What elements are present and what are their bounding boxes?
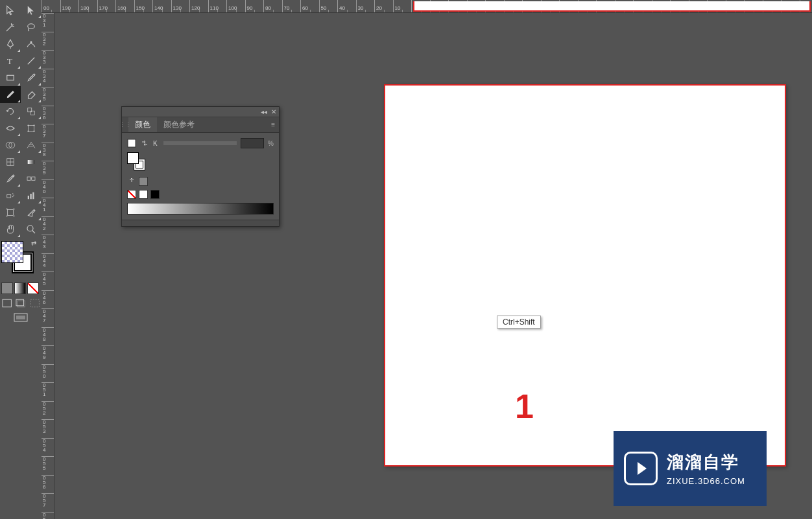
panel-fill-stroke[interactable] — [127, 152, 145, 170]
swatch-none[interactable] — [127, 190, 136, 199]
panel-grip-icon[interactable]: ⋮⋮ — [122, 122, 128, 128]
eyedropper-tool[interactable] — [0, 170, 21, 187]
svg-point-11 — [33, 130, 34, 132]
blend-tool[interactable] — [21, 170, 42, 187]
svg-point-0 — [28, 24, 35, 29]
fill-stroke-indicator[interactable]: ⇄ — [1, 241, 34, 273]
color-section: ⇄ — [0, 240, 42, 325]
rectangle-tool[interactable] — [0, 69, 21, 86]
draw-behind-icon[interactable] — [15, 298, 26, 308]
width-tool[interactable] — [0, 120, 21, 137]
svg-rect-31 — [3, 299, 11, 307]
scale-tool[interactable] — [21, 103, 42, 120]
svg-rect-26 — [30, 194, 32, 199]
tab-color[interactable]: 颜色 — [128, 117, 157, 132]
svg-rect-27 — [32, 192, 34, 200]
svg-rect-21 — [7, 195, 11, 198]
tint-icon[interactable] — [127, 177, 136, 186]
watermark-play-icon — [624, 452, 658, 485]
pen-tool[interactable] — [0, 36, 21, 52]
canvas-text-1: 1 — [515, 387, 534, 426]
color-panel[interactable]: ◂◂ ✕ ⋮⋮ 颜色 颜色参考 ≡ K % — [121, 106, 280, 227]
toolbar: T — [0, 2, 42, 238]
svg-rect-36 — [16, 316, 25, 319]
panel-header[interactable]: ◂◂ ✕ — [122, 107, 279, 117]
watermark-subtitle: ZIXUE.3D66.COM — [667, 476, 745, 486]
swatch-grey[interactable] — [139, 177, 148, 186]
k-slider[interactable] — [163, 141, 237, 145]
lasso-tool[interactable] — [21, 19, 42, 36]
artboard-1[interactable]: 1 Ctrl+Shift — [384, 84, 786, 467]
panel-menu-icon[interactable]: ≡ — [267, 121, 279, 128]
svg-text:T: T — [7, 56, 13, 66]
color-mode-solid[interactable] — [1, 283, 13, 294]
svg-rect-17 — [28, 160, 35, 164]
eraser-tool[interactable] — [21, 86, 42, 103]
zoom-tool[interactable] — [21, 221, 42, 238]
free-transform-tool[interactable] — [21, 120, 42, 137]
svg-rect-28 — [8, 210, 14, 216]
svg-point-24 — [12, 196, 14, 198]
k-value-input[interactable] — [241, 138, 264, 148]
swap-icon[interactable] — [140, 139, 149, 148]
swatch-white[interactable] — [139, 190, 148, 199]
type-tool[interactable]: T — [0, 52, 21, 69]
svg-rect-5 — [28, 108, 32, 112]
svg-rect-37 — [128, 139, 136, 147]
grayscale-spectrum[interactable] — [127, 203, 274, 214]
magic-wand-tool[interactable] — [0, 19, 21, 36]
column-graph-tool[interactable] — [21, 187, 42, 204]
slice-tool[interactable] — [21, 204, 42, 221]
svg-rect-4 — [7, 75, 14, 80]
rotate-tool[interactable] — [0, 103, 21, 120]
curvature-tool[interactable] — [21, 36, 42, 52]
svg-line-30 — [32, 231, 36, 234]
svg-rect-7 — [29, 126, 34, 132]
perspective-grid-tool[interactable] — [21, 137, 42, 154]
pencil-tool[interactable] — [0, 86, 21, 103]
color-mode-none[interactable] — [27, 283, 39, 294]
svg-rect-18 — [27, 177, 30, 180]
direct-selection-tool[interactable] — [21, 2, 42, 19]
svg-line-3 — [28, 58, 35, 65]
shape-builder-tool[interactable] — [0, 137, 21, 154]
hand-tool[interactable] — [0, 221, 21, 238]
percent-label: % — [268, 140, 274, 147]
line-segment-tool[interactable] — [21, 52, 42, 69]
watermark-title: 溜溜自学 — [667, 451, 745, 474]
svg-point-8 — [27, 124, 29, 126]
svg-point-9 — [33, 124, 34, 126]
screen-mode-icon[interactable] — [13, 312, 29, 324]
swatch-black[interactable] — [150, 190, 160, 199]
vertical-ruler: 0310320330340350360370380390400410420430… — [42, 13, 54, 519]
svg-rect-25 — [28, 196, 29, 199]
fill-toggle-icon[interactable] — [127, 139, 136, 148]
gradient-tool[interactable] — [21, 154, 42, 170]
paintbrush-tool[interactable] — [21, 69, 42, 86]
panel-collapse-icon[interactable]: ◂◂ — [261, 108, 267, 115]
k-slider-label: K — [153, 140, 160, 147]
color-mode-gradient[interactable] — [14, 283, 26, 294]
draw-normal-icon[interactable] — [1, 298, 12, 308]
tab-color-guide[interactable]: 颜色参考 — [157, 117, 201, 132]
draw-inside-icon[interactable] — [29, 298, 40, 308]
symbol-sprayer-tool[interactable] — [0, 187, 21, 204]
swap-fill-stroke-icon[interactable]: ⇄ — [31, 240, 36, 247]
mesh-tool[interactable] — [0, 154, 21, 170]
panel-body: K % — [122, 133, 279, 220]
artboard-tool[interactable] — [0, 204, 21, 221]
selection-tool[interactable] — [0, 2, 21, 19]
panel-tabs: ⋮⋮ 颜色 颜色参考 ≡ — [122, 117, 279, 133]
panel-close-icon[interactable]: ✕ — [271, 108, 276, 115]
svg-point-22 — [12, 193, 14, 194]
svg-point-23 — [14, 195, 15, 196]
fill-swatch[interactable] — [1, 241, 23, 263]
watermark: 溜溜自学 ZIXUE.3D66.COM — [614, 431, 767, 506]
panel-resize-grip[interactable] — [122, 220, 279, 226]
svg-rect-6 — [30, 111, 34, 115]
svg-rect-34 — [30, 299, 39, 307]
artboard-strip — [413, 1, 811, 12]
svg-point-1 — [30, 41, 32, 43]
svg-point-10 — [27, 130, 29, 132]
svg-rect-19 — [32, 177, 35, 180]
